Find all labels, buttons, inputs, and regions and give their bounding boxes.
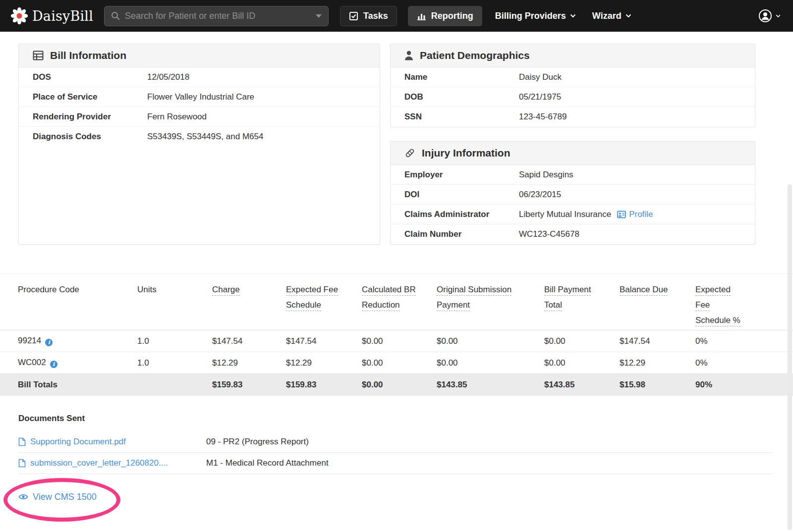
cell-units: 1.0 xyxy=(137,352,212,374)
table-row: 99214 1.0 $147.54 $147.54 $0.00 $0.00 $0… xyxy=(0,330,793,352)
cell-balance-due: $12.29 xyxy=(620,352,695,374)
card-title: Patient Demographics xyxy=(420,50,530,61)
info-row: SSN 123-45-6789 xyxy=(391,107,755,127)
document-row: submission_cover_letter_1260820.... M1 -… xyxy=(18,453,773,474)
info-row: DOI 06/23/2015 xyxy=(391,185,755,205)
column-label: Calculated BR Reduction xyxy=(362,285,416,311)
injury-information-card: Injury Information Employer Sapid Desgin… xyxy=(390,141,755,245)
field-label: Diagnosis Codes xyxy=(33,132,147,142)
info-row: DOS 12/05/2018 xyxy=(19,67,380,87)
col-expected-fee-schedule-pct[interactable]: Expected Fee Schedule % xyxy=(695,274,793,330)
field-value: 123-45-6789 xyxy=(519,112,566,122)
info-row: DOB 05/21/1975 xyxy=(391,87,755,107)
column-label: Original Submission Payment xyxy=(437,285,511,311)
totals-expected-fee-schedule: $159.83 xyxy=(286,374,362,396)
search-icon xyxy=(111,11,120,20)
document-link[interactable]: submission_cover_letter_1260820.... xyxy=(18,458,206,468)
search-box[interactable] xyxy=(104,6,329,26)
col-charge[interactable]: Charge xyxy=(212,274,286,330)
cell-expected-fee-schedule: $12.29 xyxy=(286,352,362,374)
col-original-submission-payment[interactable]: Original Submission Payment xyxy=(437,274,544,330)
cell-original-submission-payment: $0.00 xyxy=(437,352,544,374)
field-value: S53439S, S53449S, and M654 xyxy=(147,132,263,142)
documents-sent-section: Documents Sent Supporting Document.pdf 0… xyxy=(18,414,773,474)
billing-providers-label: Billing Providers xyxy=(495,11,566,21)
info-row: Diagnosis Codes S53439S, S53449S, and M6… xyxy=(19,127,380,147)
wizard-label: Wizard xyxy=(592,11,622,21)
cell-expected-fee-schedule-pct: 0% xyxy=(695,330,793,352)
totals-calculated-br-reduction: $0.00 xyxy=(362,374,437,396)
top-cards: Bill Information DOS 12/05/2018 Place of… xyxy=(0,32,793,245)
reporting-button[interactable]: Reporting xyxy=(408,6,482,26)
user-icon xyxy=(758,9,772,23)
totals-units xyxy=(137,374,212,396)
document-filename: submission_cover_letter_1260820.... xyxy=(30,458,168,468)
totals-balance-due: $15.98 xyxy=(620,374,695,396)
info-icon[interactable] xyxy=(50,361,57,368)
bar-chart-icon xyxy=(417,12,426,20)
document-filename: Supporting Document.pdf xyxy=(30,437,126,447)
field-label: DOI xyxy=(404,190,519,200)
cell-units: 1.0 xyxy=(137,330,212,352)
field-value: 06/23/2015 xyxy=(519,190,561,200)
field-value: WC123-C45678 xyxy=(519,229,579,239)
table-row: WC002 1.0 $12.29 $12.29 $0.00 $0.00 $0.0… xyxy=(0,352,793,374)
info-row: Rendering Provider Fern Rosewood xyxy=(19,107,380,127)
patient-icon xyxy=(404,51,413,60)
field-label: Name xyxy=(404,72,519,82)
account-menu[interactable] xyxy=(758,9,781,23)
col-balance-due[interactable]: Balance Due xyxy=(620,274,695,330)
column-label: Procedure Code xyxy=(18,285,79,294)
document-link[interactable]: Supporting Document.pdf xyxy=(18,437,206,447)
totals-charge: $159.83 xyxy=(212,374,286,396)
billing-providers-dropdown[interactable]: Billing Providers xyxy=(495,11,576,21)
chevron-down-icon xyxy=(625,14,631,18)
profile-card-icon xyxy=(617,211,626,218)
column-label: Bill Payment Total xyxy=(544,285,591,311)
totals-original-submission-payment: $143.85 xyxy=(437,374,544,396)
right-column: Patient Demographics Name Daisy Duck DOB… xyxy=(390,44,755,245)
search-dropdown-caret-icon[interactable] xyxy=(316,14,322,18)
info-icon[interactable] xyxy=(45,339,53,346)
col-bill-payment-total[interactable]: Bill Payment Total xyxy=(544,274,620,330)
search-input[interactable] xyxy=(125,11,311,21)
procedure-table: Procedure Code Units Charge Expected Fee… xyxy=(0,273,793,396)
field-label: DOS xyxy=(33,72,147,82)
field-label: DOB xyxy=(404,92,519,102)
field-value: Daisy Duck xyxy=(519,72,562,82)
cell-procedure-code: WC002 xyxy=(0,352,137,374)
reporting-label: Reporting xyxy=(431,11,473,21)
brand[interactable]: DaisyBill xyxy=(11,7,93,24)
totals-label: Bill Totals xyxy=(0,374,137,396)
field-value: 12/05/2018 xyxy=(147,72,189,82)
scrollbar[interactable] xyxy=(788,184,792,530)
tasks-button[interactable]: Tasks xyxy=(340,6,397,26)
cell-expected-fee-schedule: $147.54 xyxy=(286,330,362,352)
patient-demographics-card: Patient Demographics Name Daisy Duck DOB… xyxy=(390,44,755,127)
cell-bill-payment-total: $0.00 xyxy=(544,352,620,374)
field-value: Sapid Desgins xyxy=(519,170,573,180)
cell-balance-due: $147.54 xyxy=(620,330,695,352)
document-row: Supporting Document.pdf 09 - PR2 (Progre… xyxy=(18,431,773,453)
tasks-label: Tasks xyxy=(363,11,388,21)
cell-charge: $12.29 xyxy=(212,352,286,374)
col-calculated-br-reduction[interactable]: Calculated BR Reduction xyxy=(362,274,437,330)
view-cms-1500-link[interactable]: View CMS 1500 xyxy=(18,492,97,502)
profile-link[interactable]: Profile xyxy=(617,210,653,219)
col-expected-fee-schedule[interactable]: Expected Fee Schedule xyxy=(286,274,362,330)
brand-name: DaisyBill xyxy=(32,8,93,24)
bill-information-body: DOS 12/05/2018 Place of Service Flower V… xyxy=(19,67,380,147)
patient-demographics-header: Patient Demographics xyxy=(391,44,755,67)
procedure-code: WC002 xyxy=(18,358,46,367)
info-row: Name Daisy Duck xyxy=(391,67,755,87)
wizard-dropdown[interactable]: Wizard xyxy=(592,11,631,21)
bill-totals-row: Bill Totals $159.83 $159.83 $0.00 $143.8… xyxy=(0,374,793,396)
bill-information-header: Bill Information xyxy=(19,44,380,67)
column-label: Balance Due xyxy=(620,285,668,296)
info-row: Place of Service Flower Valley Industria… xyxy=(19,87,380,107)
field-label: SSN xyxy=(404,112,519,122)
info-row: Claims Administrator Liberty Mutual Insu… xyxy=(391,205,755,224)
totals-bill-payment-total: $143.85 xyxy=(544,374,620,396)
cell-calculated-br-reduction: $0.00 xyxy=(362,330,437,352)
field-label: Rendering Provider xyxy=(33,112,147,122)
